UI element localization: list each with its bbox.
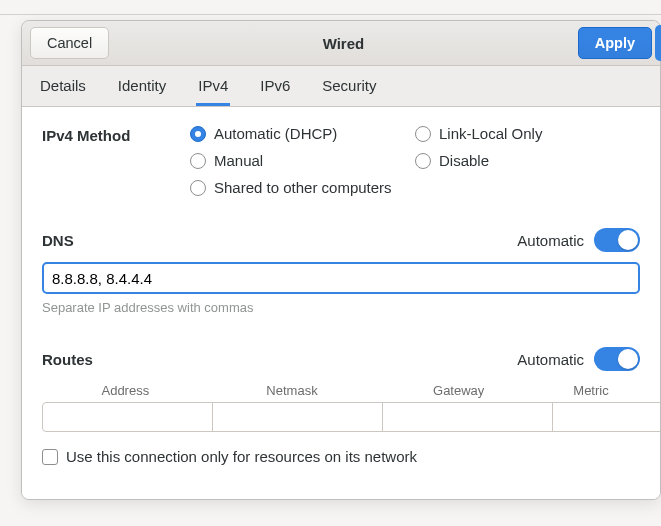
routes-section: Routes Automatic Address Netmask Gateway… [42, 347, 640, 465]
radio-label: Disable [439, 152, 489, 169]
radio-dot-icon [415, 153, 431, 169]
tab-details[interactable]: Details [38, 67, 88, 106]
cancel-button[interactable]: Cancel [30, 27, 109, 59]
tab-ipv4[interactable]: IPv4 [196, 67, 230, 106]
dns-hint: Separate IP addresses with commas [42, 300, 640, 315]
radio-dot-icon [190, 180, 206, 196]
radio-label: Shared to other computers [214, 179, 392, 196]
radio-dot-icon [190, 153, 206, 169]
radio-dot-icon [190, 126, 206, 142]
tab-content: IPv4 Method Automatic (DHCP) Manual Shar… [22, 107, 660, 499]
radio-disable[interactable]: Disable [415, 152, 640, 169]
routes-automatic-switch[interactable] [594, 347, 640, 371]
routes-header-metric: Metric [542, 381, 640, 400]
network-wired-dialog: Cancel Wired Apply Details Identity IPv4… [21, 20, 661, 500]
background-element [655, 25, 661, 61]
radio-label: Link-Local Only [439, 125, 542, 142]
radio-automatic-dhcp[interactable]: Automatic (DHCP) [190, 125, 415, 142]
only-resources-label: Use this connection only for resources o… [66, 448, 417, 465]
dns-input[interactable] [42, 262, 640, 294]
tab-bar: Details Identity IPv4 IPv6 Security [22, 66, 660, 107]
radio-dot-icon [415, 126, 431, 142]
ipv4-method-label: IPv4 Method [42, 125, 190, 144]
tab-ipv6[interactable]: IPv6 [258, 67, 292, 106]
radio-manual[interactable]: Manual [190, 152, 415, 169]
radio-shared[interactable]: Shared to other computers [190, 179, 415, 196]
dns-automatic-label: Automatic [517, 232, 584, 249]
radio-label: Automatic (DHCP) [214, 125, 337, 142]
route-metric-input[interactable] [552, 402, 660, 432]
routes-title: Routes [42, 351, 93, 368]
radio-label: Manual [214, 152, 263, 169]
tab-identity[interactable]: Identity [116, 67, 168, 106]
route-gateway-input[interactable] [382, 402, 553, 432]
dns-automatic-switch[interactable] [594, 228, 640, 252]
route-address-input[interactable] [42, 402, 213, 432]
route-netmask-input[interactable] [212, 402, 383, 432]
dns-title: DNS [42, 232, 74, 249]
dns-section: DNS Automatic Separate IP addresses with… [42, 228, 640, 315]
dialog-title: Wired [323, 35, 365, 52]
routes-header-gateway: Gateway [375, 381, 542, 400]
only-resources-checkbox[interactable] [42, 449, 58, 465]
tab-security[interactable]: Security [320, 67, 378, 106]
routes-header-netmask: Netmask [209, 381, 376, 400]
apply-button[interactable]: Apply [578, 27, 652, 59]
routes-header-address: Address [42, 381, 209, 400]
titlebar: Cancel Wired Apply [22, 21, 660, 66]
routes-row: ✕ [42, 402, 640, 432]
radio-link-local[interactable]: Link-Local Only [415, 125, 640, 142]
routes-automatic-label: Automatic [517, 351, 584, 368]
